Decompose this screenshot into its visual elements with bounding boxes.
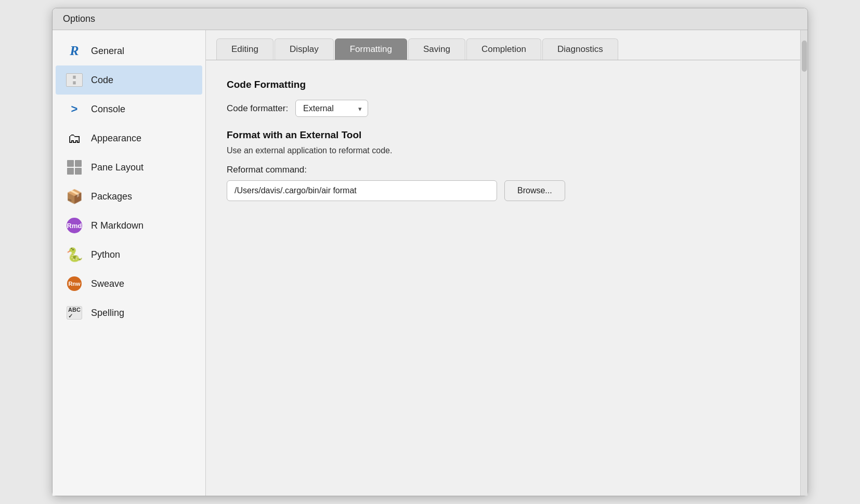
sidebar-item-label-packages: Packages xyxy=(91,191,132,202)
sidebar-item-console[interactable]: > Console xyxy=(56,95,202,124)
r-icon: R xyxy=(65,42,84,60)
options-window: Options R General ≡≡ Code > xyxy=(52,8,808,496)
rmd-icon: Rmd xyxy=(65,216,84,235)
sidebar-item-appearance[interactable]: 🗂 Appearance xyxy=(56,124,202,153)
reformat-input[interactable] xyxy=(227,180,497,201)
scrollbar-thumb[interactable] xyxy=(802,41,807,72)
sidebar-item-spelling[interactable]: ABC✓ Spelling xyxy=(56,298,202,327)
tab-diagnostics[interactable]: Diagnostics xyxy=(542,38,618,60)
reformat-label: Reformat command: xyxy=(227,165,779,175)
tabs-bar: Editing Display Formatting Saving Comple… xyxy=(206,30,800,60)
title-bar: Options xyxy=(53,8,807,30)
sidebar-item-packages[interactable]: 📦 Packages xyxy=(56,182,202,211)
panel-body: Code Formatting Code formatter: None sty… xyxy=(206,60,800,496)
tab-editing[interactable]: Editing xyxy=(216,38,273,60)
sweave-icon: Rnw xyxy=(65,274,84,293)
sidebar-item-label-spelling: Spelling xyxy=(91,308,124,319)
section-title: Code Formatting xyxy=(227,79,779,90)
window-title: Options xyxy=(63,14,95,24)
sidebar-item-label-appearance: Appearance xyxy=(91,133,141,144)
spelling-icon: ABC✓ xyxy=(65,303,84,322)
subsection-title: Format with an External Tool xyxy=(227,129,779,141)
tab-saving[interactable]: Saving xyxy=(408,38,465,60)
description-text: Use an external application to reformat … xyxy=(227,146,779,155)
code-icon: ≡≡ xyxy=(65,71,84,89)
sidebar-item-label-code: Code xyxy=(91,75,113,86)
sidebar-item-pane-layout[interactable]: Pane Layout xyxy=(56,153,202,182)
pane-layout-icon xyxy=(65,158,84,177)
formatter-select[interactable]: None styler formatR External xyxy=(295,100,368,117)
sidebar-item-label-sweave: Sweave xyxy=(91,278,124,289)
console-icon: > xyxy=(65,100,84,118)
sidebar-item-python[interactable]: 🐍 Python xyxy=(56,240,202,269)
tab-formatting[interactable]: Formatting xyxy=(335,38,407,60)
sidebar-item-label-pane-layout: Pane Layout xyxy=(91,162,144,173)
tab-display[interactable]: Display xyxy=(275,38,334,60)
formatter-label: Code formatter: xyxy=(227,103,288,114)
sidebar-item-r-markdown[interactable]: Rmd R Markdown xyxy=(56,211,202,240)
main-content: R General ≡≡ Code > Console xyxy=(53,30,807,496)
sidebar-item-sweave[interactable]: Rnw Sweave xyxy=(56,269,202,298)
python-icon: 🐍 xyxy=(65,245,84,264)
sidebar-item-label-r-markdown: R Markdown xyxy=(91,220,144,231)
appearance-icon: 🗂 xyxy=(65,129,84,148)
sidebar-item-general[interactable]: R General xyxy=(56,36,202,65)
scrollbar-track[interactable] xyxy=(800,30,807,496)
reformat-input-row: Browse... xyxy=(227,180,779,201)
content-panel: Editing Display Formatting Saving Comple… xyxy=(206,30,800,496)
formatter-row: Code formatter: None styler formatR Exte… xyxy=(227,100,779,117)
sidebar-item-code[interactable]: ≡≡ Code xyxy=(56,65,202,95)
sidebar: R General ≡≡ Code > Console xyxy=(53,30,206,496)
sidebar-item-label-console: Console xyxy=(91,104,125,115)
sidebar-item-label-python: Python xyxy=(91,249,120,260)
sidebar-item-label-general: General xyxy=(91,46,124,57)
tab-completion[interactable]: Completion xyxy=(466,38,541,60)
packages-icon: 📦 xyxy=(65,187,84,206)
browse-button[interactable]: Browse... xyxy=(504,180,565,201)
formatter-select-wrapper: None styler formatR External ▾ xyxy=(295,100,368,117)
